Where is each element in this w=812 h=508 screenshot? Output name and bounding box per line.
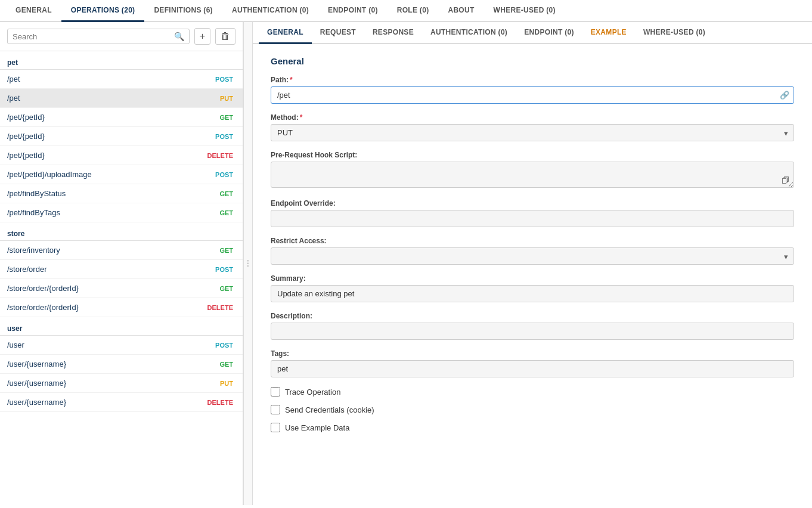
- path-input-wrapper: 🔗: [271, 86, 794, 104]
- method-badge: PUT: [218, 379, 235, 388]
- content-tab-general[interactable]: GENERAL: [259, 22, 312, 44]
- method-group: Method:* GETPOSTPUTDELETEPATCHHEADOPTION…: [271, 113, 794, 141]
- add-button[interactable]: +: [194, 28, 210, 45]
- item-path: /store/order: [7, 265, 47, 274]
- checkbox-label-credentials: Send Credentials (cookie): [285, 405, 374, 414]
- checkbox-trace[interactable]: [271, 387, 280, 397]
- list-item[interactable]: /user/{username}PUT: [0, 374, 243, 393]
- method-badge: PUT: [218, 94, 235, 103]
- list-item[interactable]: /pet/{petId}GET: [0, 108, 243, 127]
- checkbox-label-example: Use Example Data: [285, 423, 349, 432]
- top-nav-tab-general[interactable]: GENERAL: [6, 0, 61, 22]
- content-tab-response[interactable]: RESPONSE: [364, 22, 422, 44]
- item-path: /user/{username}: [7, 360, 66, 368]
- checkbox-example[interactable]: [271, 423, 280, 432]
- list-item[interactable]: /store/inventoryGET: [0, 241, 243, 260]
- list-item[interactable]: /petPUT: [0, 89, 243, 108]
- top-nav-tab-operations[interactable]: OPERATIONS (20): [61, 0, 145, 22]
- sidebar-list: pet/petPOST/petPUT/pet/{petId}GET/pet/{p…: [0, 51, 243, 505]
- list-item[interactable]: /user/{username}DELETE: [0, 393, 243, 412]
- group-header-user: user: [0, 320, 243, 336]
- sidebar-toolbar: 🔍 + 🗑: [0, 22, 243, 51]
- content-scroll: General Path:* 🔗 Method:* GETPOSTPUTD: [253, 44, 812, 505]
- item-path: /pet/{petId}: [7, 132, 45, 141]
- list-item[interactable]: /petPOST: [0, 70, 243, 89]
- top-nav-tab-authentication[interactable]: AUTHENTICATION (0): [222, 0, 318, 22]
- copy-icon[interactable]: 🗍: [782, 176, 789, 185]
- search-box[interactable]: 🔍: [7, 29, 190, 44]
- method-badge: POST: [213, 132, 235, 141]
- endpoint-override-group: Endpoint Override:: [271, 199, 794, 227]
- group-header-store: store: [0, 225, 243, 241]
- restrict-access-select[interactable]: [271, 247, 794, 265]
- search-input[interactable]: [13, 32, 174, 41]
- content-tab-request[interactable]: REQUEST: [312, 22, 364, 44]
- sidebar: 🔍 + 🗑 pet/petPOST/petPUT/pet/{petId}GET/…: [0, 22, 243, 505]
- content-tab-where-used[interactable]: WHERE-USED (0): [635, 22, 714, 44]
- resize-handle[interactable]: ⁝: [243, 22, 253, 505]
- method-badge: DELETE: [205, 303, 235, 312]
- list-item[interactable]: /pet/findByStatusGET: [0, 184, 243, 203]
- method-badge: POST: [213, 341, 235, 349]
- item-path: /pet/findByTags: [7, 208, 60, 217]
- restrict-access-label: Restrict Access:: [271, 237, 794, 245]
- method-badge: GET: [217, 360, 235, 368]
- list-item[interactable]: /userPOST: [0, 336, 243, 355]
- description-input[interactable]: [271, 323, 794, 340]
- delete-button[interactable]: 🗑: [215, 28, 235, 45]
- method-badge: DELETE: [205, 151, 235, 160]
- top-nav-tab-where-used[interactable]: WHERE-USED (0): [484, 0, 565, 22]
- content-tab-authentication[interactable]: AUTHENTICATION (0): [422, 22, 516, 44]
- list-item[interactable]: /pet/{petId}/uploadImagePOST: [0, 165, 243, 184]
- method-badge: GET: [217, 113, 235, 122]
- top-nav-tab-about[interactable]: ABOUT: [438, 0, 484, 22]
- description-label: Description:: [271, 312, 794, 320]
- drag-dots-icon: ⁝: [246, 257, 250, 270]
- method-badge: GET: [217, 246, 235, 255]
- path-label: Path:*: [271, 76, 794, 84]
- endpoint-override-label: Endpoint Override:: [271, 199, 794, 207]
- pre-request-input[interactable]: [271, 162, 794, 188]
- content-tab-example[interactable]: EXAMPLE: [582, 22, 635, 44]
- top-nav-tab-role[interactable]: ROLE (0): [388, 0, 439, 22]
- endpoint-override-input[interactable]: [271, 210, 794, 227]
- list-item[interactable]: /store/order/{orderId}GET: [0, 279, 243, 298]
- content-tabs: GENERALREQUESTRESPONSEAUTHENTICATION (0)…: [253, 22, 812, 44]
- list-item[interactable]: /pet/{petId}POST: [0, 127, 243, 146]
- checkbox-label-trace: Trace Operation: [285, 388, 340, 397]
- method-badge: GET: [217, 209, 235, 217]
- checkbox-group-credentials: Send Credentials (cookie): [271, 405, 794, 414]
- description-group: Description:: [271, 312, 794, 340]
- tags-input[interactable]: [271, 360, 794, 377]
- method-badge: DELETE: [205, 398, 235, 407]
- link-icon[interactable]: 🔗: [780, 91, 789, 100]
- path-input[interactable]: [271, 86, 794, 104]
- checkbox-credentials[interactable]: [271, 405, 280, 414]
- list-item[interactable]: /store/orderPOST: [0, 260, 243, 279]
- item-path: /user/{username}: [7, 379, 66, 388]
- method-select[interactable]: GETPOSTPUTDELETEPATCHHEADOPTIONS: [271, 124, 794, 141]
- content-area: GENERALREQUESTRESPONSEAUTHENTICATION (0)…: [253, 22, 812, 505]
- summary-input[interactable]: [271, 285, 794, 302]
- item-path: /pet: [7, 75, 20, 83]
- content-tab-endpoint[interactable]: ENDPOINT (0): [516, 22, 582, 44]
- list-item[interactable]: /store/order/{orderId}DELETE: [0, 298, 243, 317]
- summary-label: Summary:: [271, 274, 794, 283]
- list-item[interactable]: /pet/findByTagsGET: [0, 203, 243, 222]
- main-layout: 🔍 + 🗑 pet/petPOST/petPUT/pet/{petId}GET/…: [0, 22, 812, 505]
- item-path: /pet: [7, 94, 20, 103]
- method-badge: GET: [217, 190, 235, 198]
- method-badge: GET: [217, 284, 235, 293]
- list-item[interactable]: /pet/{petId}DELETE: [0, 146, 243, 165]
- method-label: Method:*: [271, 113, 794, 122]
- list-item[interactable]: /user/{username}GET: [0, 355, 243, 374]
- item-path: /store/inventory: [7, 246, 60, 255]
- checkbox-group-trace: Trace Operation: [271, 387, 794, 397]
- item-path: /user: [7, 340, 24, 349]
- item-path: /user/{username}: [7, 398, 66, 407]
- item-path: /pet/{petId}: [7, 151, 45, 160]
- top-nav-tab-definitions[interactable]: DEFINITIONS (6): [144, 0, 222, 22]
- tags-label: Tags:: [271, 349, 794, 358]
- section-title: General: [271, 56, 794, 66]
- top-nav-tab-endpoint[interactable]: ENDPOINT (0): [318, 0, 388, 22]
